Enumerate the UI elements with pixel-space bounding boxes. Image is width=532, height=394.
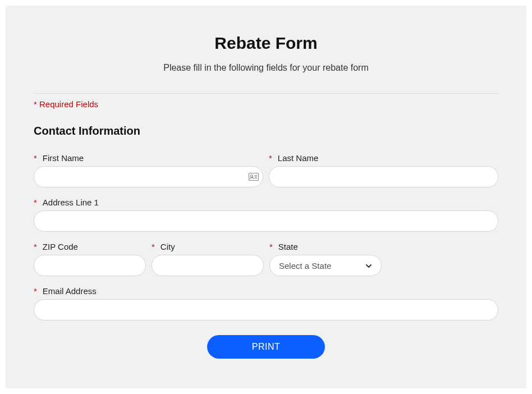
required-marker: * bbox=[152, 242, 155, 251]
address1-input[interactable] bbox=[34, 210, 498, 232]
city-label: * City bbox=[152, 242, 264, 251]
first-name-input[interactable] bbox=[34, 166, 263, 187]
required-marker: * bbox=[34, 242, 37, 251]
email-field: * Email Address bbox=[34, 286, 498, 320]
row-email: * Email Address bbox=[34, 286, 498, 320]
email-label-text: Email Address bbox=[43, 286, 97, 296]
zip-label-text: ZIP Code bbox=[43, 242, 78, 251]
address1-label-text: Address Line 1 bbox=[43, 198, 99, 207]
contact-card-icon bbox=[249, 173, 259, 181]
city-input[interactable] bbox=[152, 255, 264, 276]
required-fields-note: * Required Fields bbox=[34, 99, 498, 109]
row-locality: * ZIP Code * City * State Select a State bbox=[34, 242, 498, 276]
first-name-label: * First Name bbox=[34, 153, 263, 163]
zip-field: * ZIP Code bbox=[34, 242, 146, 276]
address1-field: * Address Line 1 bbox=[34, 198, 498, 232]
page-title: Rebate Form bbox=[34, 34, 498, 53]
state-field: * State Select a State bbox=[269, 242, 382, 276]
last-name-label: * Last Name bbox=[269, 153, 498, 163]
email-input[interactable] bbox=[34, 299, 498, 320]
contact-info-heading: Contact Information bbox=[34, 125, 498, 138]
print-button[interactable]: PRINT bbox=[207, 335, 325, 359]
required-marker: * bbox=[34, 286, 37, 296]
required-marker: * bbox=[34, 153, 37, 163]
state-select[interactable]: Select a State bbox=[270, 255, 381, 276]
zip-input[interactable] bbox=[34, 255, 146, 276]
svg-point-1 bbox=[251, 175, 253, 177]
row-address: * Address Line 1 bbox=[34, 198, 498, 232]
row-name: * First Name * bbox=[34, 153, 498, 187]
state-label-text: State bbox=[278, 242, 298, 251]
city-field: * City bbox=[152, 242, 264, 276]
zip-label: * ZIP Code bbox=[34, 242, 146, 251]
address1-label: * Address Line 1 bbox=[34, 198, 498, 207]
page-subtitle: Please fill in the following fields for … bbox=[34, 63, 498, 73]
first-name-label-text: First Name bbox=[43, 153, 84, 163]
required-marker: * bbox=[269, 242, 273, 251]
last-name-input[interactable] bbox=[269, 166, 498, 187]
button-row: PRINT bbox=[34, 335, 498, 359]
email-label: * Email Address bbox=[34, 286, 498, 296]
last-name-label-text: Last Name bbox=[278, 153, 319, 163]
first-name-field: * First Name bbox=[34, 153, 263, 187]
last-name-field: * Last Name bbox=[269, 153, 498, 187]
required-marker: * bbox=[269, 153, 272, 163]
city-label-text: City bbox=[160, 242, 175, 251]
divider bbox=[34, 93, 498, 94]
state-label: * State bbox=[269, 242, 382, 251]
state-select-wrap: Select a State bbox=[269, 255, 382, 276]
rebate-form-container: Rebate Form Please fill in the following… bbox=[6, 6, 526, 388]
first-name-input-wrap bbox=[34, 166, 263, 187]
required-marker: * bbox=[34, 198, 37, 207]
